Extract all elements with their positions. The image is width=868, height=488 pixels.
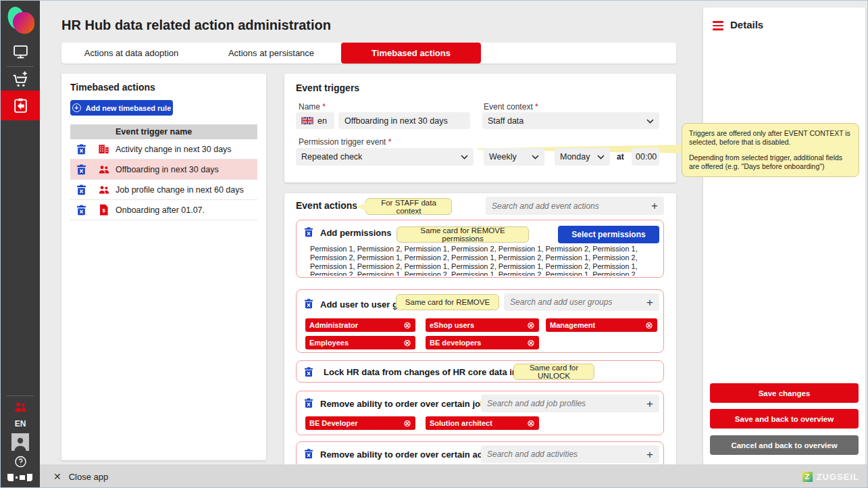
chevron-down-icon	[461, 152, 468, 162]
tab-bar: Actions at data adoption Actions at pers…	[61, 43, 676, 64]
trash-delete-icon[interactable]	[303, 448, 314, 462]
table-row-activity-change[interactable]: Activity change in next 30 days	[70, 139, 257, 160]
trash-delete-icon[interactable]	[70, 184, 92, 195]
activities-search: +	[481, 445, 659, 463]
cart-plus-icon[interactable]	[1, 71, 40, 89]
brand-logo: Z ZUGSEIL	[802, 464, 859, 488]
sidebar-divider	[7, 395, 34, 396]
timebased-actions-panel: Timebased actions + Add new timebased ru…	[61, 74, 266, 460]
event-actions-panel: Event actions For STAFF data context + A…	[284, 193, 676, 488]
trash-delete-icon[interactable]	[303, 397, 314, 411]
remove-chip-icon[interactable]: ⊗	[527, 338, 535, 347]
chip-user-group: BE developers⊗	[426, 336, 539, 349]
card-add-permissions: Add permissions Same card for REMOVE per…	[296, 220, 664, 278]
table-header: Event trigger name	[70, 124, 257, 139]
trash-delete-icon[interactable]	[303, 298, 314, 312]
close-app-label: Close app	[69, 472, 109, 482]
sidebar-item-action-admin[interactable]	[1, 91, 40, 120]
tooltip-text-1: Triggers are offered only after EVENT CO…	[689, 129, 852, 147]
zugseil-z-icon: Z	[802, 472, 813, 482]
table-row-job-profile-change[interactable]: Job profile change in next 60 days	[70, 180, 257, 200]
remove-chip-icon[interactable]: ⊗	[645, 320, 653, 330]
event-actions-search: +	[486, 197, 664, 215]
help-icon[interactable]	[1, 455, 40, 469]
trash-delete-icon[interactable]	[70, 164, 92, 175]
save-changes-button[interactable]: Save changes	[710, 383, 859, 403]
desktop-icon[interactable]	[1, 43, 40, 60]
close-icon: ✕	[53, 471, 61, 482]
select-permissions-button[interactable]: Select permissions	[558, 226, 659, 243]
remove-chip-icon[interactable]: ⊗	[527, 418, 535, 428]
trigger-name-input[interactable]	[338, 112, 470, 129]
plus-icon[interactable]: +	[651, 200, 658, 212]
clipboard-arrow-icon	[12, 97, 29, 114]
people-icon	[92, 164, 116, 176]
add-timebased-rule-button[interactable]: + Add new timebased rule	[70, 100, 173, 116]
svg-text:$: $	[103, 208, 106, 214]
language-label[interactable]: EN	[1, 419, 40, 429]
unlock-note: Same card for UNLOCK	[513, 364, 594, 380]
chevron-down-icon	[597, 152, 605, 162]
details-title: Details	[730, 19, 763, 30]
app-window: EN HR Hub data related action administra…	[0, 0, 868, 488]
job-profiles-search: +	[481, 395, 659, 412]
remove-note: Same card for REMOVE	[396, 294, 499, 310]
remove-permissions-note: Same card for REMOVE permissions	[397, 226, 529, 243]
cancel-back-button[interactable]: Cancel and back to overview	[710, 435, 859, 455]
chip-user-group: Administrator⊗	[305, 318, 415, 332]
language-code: en	[317, 116, 327, 126]
hamburger-icon[interactable]	[713, 21, 723, 32]
callout-tail	[356, 203, 366, 211]
permission-trigger-select[interactable]: Repeated check	[296, 148, 474, 166]
plus-icon[interactable]: +	[646, 297, 653, 308]
remove-chip-icon[interactable]: ⊗	[403, 338, 411, 347]
sidebar-divider	[7, 66, 34, 67]
close-app-button[interactable]: ✕ Close app	[53, 464, 108, 488]
chevron-down-icon	[532, 152, 539, 162]
search-input[interactable]	[487, 449, 642, 459]
search-input[interactable]	[510, 297, 642, 307]
trash-delete-icon[interactable]	[303, 366, 314, 380]
card-title: Add permissions	[320, 228, 391, 238]
context-note-callout: For STAFF data context	[365, 198, 452, 215]
user-groups-search: +	[504, 293, 659, 311]
tooltip-text-2: Depending from selected trigger, additio…	[689, 153, 852, 171]
remove-chip-icon[interactable]: ⊗	[527, 320, 535, 330]
event-context-select[interactable]: Staff data	[482, 112, 659, 129]
weekday-select[interactable]: Monday	[555, 148, 610, 166]
tab-actions-data-adoption[interactable]: Actions at data adoption	[61, 43, 201, 64]
logo-orb-shape	[13, 12, 34, 34]
row-label: Onboarding after 01.07.	[116, 205, 205, 215]
search-input[interactable]	[487, 399, 642, 408]
remove-chip-icon[interactable]: ⊗	[403, 418, 411, 428]
users-red-icon[interactable]	[1, 400, 40, 414]
tab-timebased-actions[interactable]: Timebased actions	[341, 43, 481, 64]
app-logo-icon[interactable]	[8, 5, 35, 36]
trash-delete-icon[interactable]	[70, 204, 92, 216]
details-panel: Details Save changes Save and back to ov…	[703, 7, 865, 464]
table-row-offboarding[interactable]: Offboarding in next 30 days	[70, 160, 257, 180]
add-circle-icon: +	[72, 103, 81, 112]
plus-icon[interactable]: +	[646, 449, 653, 460]
plus-icon[interactable]: +	[646, 398, 653, 410]
card-remove-job-profile: Remove ability to order over certain job…	[296, 391, 664, 435]
save-back-button[interactable]: Save and back to overview	[710, 409, 859, 429]
name-label: Name *	[299, 102, 326, 112]
trash-delete-icon[interactable]	[303, 226, 314, 240]
avatar[interactable]	[11, 433, 29, 451]
row-label: Offboarding in next 30 days	[116, 165, 219, 174]
event-triggers-panel: Event triggers Name * en Event context *…	[284, 74, 676, 182]
table-row-onboarding[interactable]: $ Onboarding after 01.07.	[70, 200, 257, 220]
tab-actions-persistance[interactable]: Actions at persistance	[201, 43, 341, 64]
row-label: Activity change in next 30 days	[116, 145, 232, 154]
permissions-list: Permission 1, Permission 2, Permission 1…	[310, 245, 660, 276]
search-input[interactable]	[492, 201, 647, 211]
time-input[interactable]: 00:00	[632, 148, 659, 166]
language-selector[interactable]: en	[296, 112, 334, 129]
trash-delete-icon[interactable]	[70, 143, 92, 155]
frequency-select[interactable]: Weekly	[484, 148, 544, 166]
remove-chip-icon[interactable]: ⊗	[403, 320, 411, 330]
brand-name: ZUGSEIL	[817, 472, 859, 482]
card-add-user-group: Add user to user group Same card for REM…	[296, 289, 664, 353]
chip-user-group: eShop users⊗	[426, 318, 539, 332]
